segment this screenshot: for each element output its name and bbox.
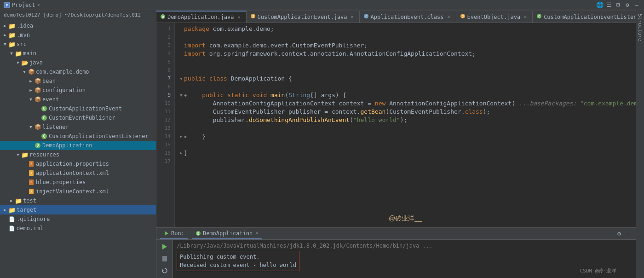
bottom-tab-demo-app[interactable]: D DemoApplication ✕ — [192, 228, 262, 239]
console-output-line-2: Received custom event - hello world — [180, 261, 296, 269]
app-props-label: application.properties — [36, 161, 109, 167]
svg-text:J: J — [252, 15, 253, 18]
tab-event-object[interactable]: J EventObject.java ✕ — [456, 11, 533, 23]
code-line-7: ▼ public class DemoApplication { — [178, 75, 632, 83]
folder-idea-icon: 📁 — [8, 22, 16, 29]
sidebar-item-demo-iml[interactable]: ▶ 📄 demo.iml — [0, 224, 156, 233]
sidebar-item-target[interactable]: ▶ 📁 target — [0, 205, 156, 214]
sidebar-item-resources[interactable]: ▼ 📁 resources — [0, 150, 156, 159]
sidebar-item-gitignore[interactable]: ▶ 📄 .gitignore — [0, 214, 156, 224]
file-gi-icon: 📄 — [8, 215, 16, 223]
package-event-icon: 📦 — [34, 96, 41, 103]
code-line-14: ▶ ◆ } — [178, 133, 632, 141]
fold-btn-9[interactable]: ▼ — [178, 91, 184, 99]
sidebar-item-blue-props[interactable]: ▶ P blue.properties — [0, 178, 156, 187]
xml-ivc-icon: X — [28, 188, 35, 195]
fold-btn-14[interactable]: ▶ — [178, 133, 184, 141]
sidebar-item-inject-xml[interactable]: ▶ X injectValueContext.xml — [0, 187, 156, 196]
sidebar-item-cael[interactable]: ▶ C CustomApplicationEventListener — [0, 132, 156, 141]
tab-close-aec[interactable]: ✕ — [446, 14, 452, 20]
code-line-1: package com.example.demo; — [178, 25, 632, 33]
tab-custom-app-event[interactable]: J CustomApplicationEvent.java ✕ — [247, 11, 360, 23]
svg-text:J: J — [461, 15, 463, 18]
svg-marker-35 — [162, 269, 164, 271]
sidebar-item-java[interactable]: ▼ 📂 java — [0, 58, 156, 67]
run-icon[interactable]: Run: — [160, 228, 188, 239]
svg-text:P: P — [30, 180, 32, 184]
sidebar-path: demoTest0127 [demo] ~/Desktop/git/demoTe… — [4, 12, 141, 18]
tab-close-eo[interactable]: ✕ — [522, 14, 529, 20]
list-icon[interactable]: ☰ — [605, 1, 613, 9]
sidebar-item-app-ctx-xml[interactable]: ▶ X applicationContext.xml — [0, 168, 156, 178]
svg-text:C: C — [43, 107, 46, 111]
tab-demo-app[interactable]: D DemoApplication.java ✕ — [156, 11, 247, 23]
structure-tab-label[interactable]: Structure — [636, 10, 644, 45]
target-label: target — [17, 207, 36, 213]
sidebar-item-test[interactable]: ▶ 📁 test — [0, 196, 156, 205]
rerun-button[interactable] — [160, 266, 170, 276]
split-icon[interactable]: ⊟ — [615, 1, 622, 9]
mvn-label: .mvn — [17, 32, 30, 38]
sidebar-item-mvn[interactable]: ▶ 📁 .mvn — [0, 30, 156, 40]
stop-button[interactable] — [160, 254, 170, 264]
sidebar-item-bean[interactable]: ▶ 📦 bean — [0, 76, 156, 86]
sidebar-item-demo-app[interactable]: ▶ D DemoApplication — [0, 141, 156, 150]
svg-text:C: C — [538, 15, 540, 18]
console-output-line-1: Publishing custom event. — [180, 253, 296, 261]
bottom-tab-close[interactable]: ✕ — [255, 230, 259, 236]
iml-icon: 📄 — [8, 225, 16, 232]
ln-6: 6 — [156, 66, 171, 75]
sidebar-item-custom-app-event[interactable]: ▶ C CustomApplicationEvent — [0, 104, 156, 113]
console-output[interactable]: /Library/Java/JavaVirtualMachines/jdk1.8… — [173, 240, 636, 278]
fold-btn-7[interactable]: ▼ — [178, 75, 184, 83]
code-content[interactable]: package com.example.demo; import com.exa… — [175, 23, 636, 227]
arrow-mvn: ▶ — [2, 32, 8, 38]
bottom-close-icon[interactable]: — — [625, 230, 632, 237]
code-line-17 — [178, 157, 632, 166]
arrow-test: ▶ — [8, 197, 15, 204]
bottom-tools — [156, 240, 173, 278]
sidebar-item-configuration[interactable]: ▶ 📦 configuration — [0, 86, 156, 95]
ln-7: 7 — [156, 75, 171, 83]
arrow-target: ▶ — [2, 207, 8, 213]
fold-btn-16[interactable]: ▶ — [178, 149, 184, 157]
code-line-9: ▼ ◆ public static void main(String[] arg… — [178, 91, 632, 99]
java-label: java — [29, 59, 43, 66]
arrow-java: ▼ — [15, 59, 21, 66]
svg-text:D: D — [197, 232, 199, 236]
tab-cael[interactable]: C CustomApplicationEventListener.java ✕ — [533, 11, 636, 23]
sidebar-item-custom-event-pub[interactable]: ▶ C CustomEventPublisher — [0, 113, 156, 122]
sidebar-item-app-props[interactable]: ▶ P application.properties — [0, 159, 156, 168]
xml-acx-icon: X — [28, 169, 35, 177]
tab-close-demo-app[interactable]: ✕ — [236, 14, 242, 20]
sidebar-item-com-example-demo[interactable]: ▼ 📦 com.example.demo — [0, 67, 156, 76]
code-line-6 — [178, 66, 632, 75]
arrow-event: ▼ — [28, 96, 34, 103]
breakpoint-9: ◆ — [184, 91, 187, 99]
bottom-settings-icon[interactable]: ⚙ — [615, 230, 623, 237]
test-label: test — [23, 197, 36, 204]
globe-icon[interactable]: 🌐 — [596, 1, 604, 9]
project-label[interactable]: Project — [12, 2, 35, 8]
svg-marker-30 — [165, 231, 168, 236]
tab-app-event-class[interactable]: C ApplicationEvent.class ✕ — [360, 11, 456, 23]
tab-cae-label: CustomApplicationEvent.java — [258, 14, 347, 20]
ln-13: 13 — [156, 124, 171, 133]
sidebar-item-idea[interactable]: ▶ 📁 .idea — [0, 21, 156, 30]
tab-aec-label: ApplicationEvent.class — [371, 14, 444, 20]
watermark: @砖业洋__ — [389, 214, 422, 223]
code-line-2 — [178, 33, 632, 41]
svg-text:C: C — [43, 134, 46, 139]
arrow-com: ▼ — [21, 69, 28, 75]
tab-close-cae[interactable]: ✕ — [349, 14, 356, 20]
svg-text:P: P — [30, 162, 32, 165]
sidebar-item-listener[interactable]: ▼ 📦 listener — [0, 122, 156, 132]
settings-icon[interactable]: ⚙ — [624, 1, 631, 9]
sidebar-item-event[interactable]: ▼ 📦 event — [0, 95, 156, 104]
minimize-icon[interactable]: — — [633, 1, 640, 9]
sidebar-item-src[interactable]: ▼ 📁 src — [0, 40, 156, 49]
sidebar-item-main[interactable]: ▼ 📁 main — [0, 49, 156, 58]
tab-demo-app-label: DemoApplication.java — [167, 14, 234, 20]
event-label: event — [42, 96, 59, 103]
play-button[interactable] — [160, 242, 170, 252]
